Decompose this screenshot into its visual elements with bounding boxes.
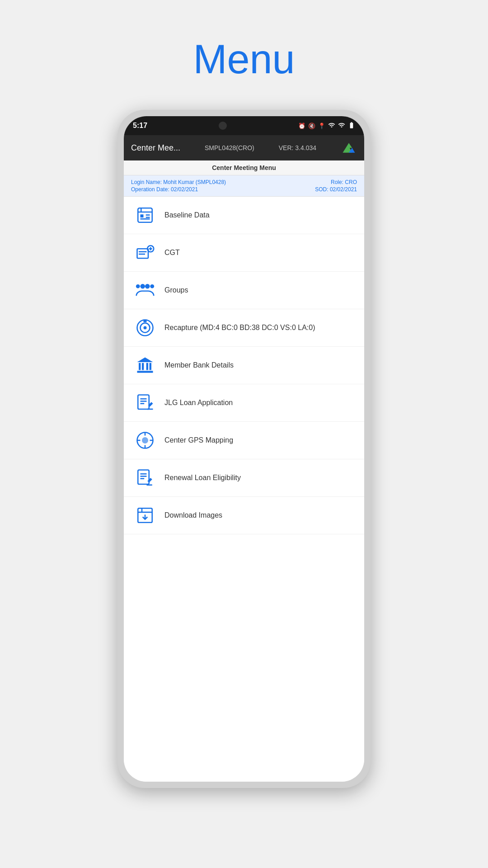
status-bar: 5:17 ⏰ 🔇 📍 [124, 116, 364, 135]
svg-marker-21 [137, 358, 153, 363]
groups-icon [135, 280, 155, 301]
status-time: 5:17 [133, 122, 147, 130]
svg-rect-8 [139, 251, 147, 253]
svg-rect-4 [146, 214, 150, 216]
renewal-icon [135, 467, 155, 488]
svg-rect-23 [142, 363, 144, 370]
download-icon [135, 505, 155, 526]
svg-point-19 [144, 326, 147, 330]
app-header: Center Mee... SMPL0428(CRO) VER: 3.4.034 [124, 135, 364, 160]
svg-point-14 [145, 284, 150, 289]
menu-item-baseline-data[interactable]: Baseline Data [124, 197, 364, 234]
menu-item-groups[interactable]: Groups [124, 272, 364, 309]
user-info-right: Role: CRO SOD: 02/02/2021 [315, 179, 357, 193]
battery-icon [348, 122, 355, 130]
recapture-icon [135, 317, 155, 338]
bank-icon [135, 355, 155, 376]
svg-rect-22 [139, 363, 141, 370]
sub-header-label: Center Meeting Menu [212, 164, 276, 171]
menu-item-recapture[interactable]: Recapture (MD:4 BC:0 BD:38 DC:0 VS:0 LA:… [124, 309, 364, 347]
user-info-bar: Login Name: Mohit Kumar (SMPL0428) Opera… [124, 175, 364, 197]
sub-header: Center Meeting Menu [124, 160, 364, 175]
menu-item-member-bank-details[interactable]: Member Bank Details [124, 347, 364, 384]
svg-rect-6 [141, 218, 150, 220]
baseline-icon [135, 205, 155, 226]
svg-point-37 [142, 437, 148, 443]
svg-rect-5 [146, 217, 150, 218]
svg-rect-25 [150, 363, 151, 370]
menu-label-cgt: CGT [164, 249, 180, 257]
wifi-icon [328, 122, 335, 130]
svg-rect-38 [138, 470, 149, 485]
svg-rect-26 [137, 371, 153, 373]
signal-icon [338, 122, 345, 130]
mute-icon: 🔇 [308, 123, 315, 129]
menu-label-renewal-loan-eligibility: Renewal Loan Eligibility [164, 474, 241, 482]
login-name: Login Name: Mohit Kumar (SMPL0428) [131, 179, 226, 185]
menu-label-center-gps-mapping: Center GPS Mapping [164, 436, 233, 444]
app-logo [341, 140, 357, 156]
operation-date: Operation Date: 02/02/2021 [131, 186, 226, 193]
user-info-left: Login Name: Mohit Kumar (SMPL0428) Opera… [131, 179, 226, 193]
menu-label-download-images: Download Images [164, 511, 222, 519]
svg-rect-0 [138, 208, 152, 222]
svg-rect-20 [144, 320, 147, 322]
svg-rect-3 [141, 214, 144, 217]
menu-item-download-images[interactable]: Download Images [124, 497, 364, 534]
page-title: Menu [193, 36, 295, 83]
loan-app-icon [135, 392, 155, 413]
svg-point-13 [141, 284, 145, 289]
menu-label-recapture: Recapture (MD:4 BC:0 BD:38 DC:0 VS:0 LA:… [164, 324, 315, 332]
svg-point-15 [150, 284, 154, 288]
header-user: SMPL0428(CRO) [205, 144, 254, 151]
menu-label-baseline-data: Baseline Data [164, 211, 210, 219]
location-icon: 📍 [318, 123, 325, 129]
phone-frame: 5:17 ⏰ 🔇 📍 Center Mee... SMPL0428(CRO) [117, 110, 371, 788]
menu-label-groups: Groups [164, 286, 188, 294]
svg-point-16 [136, 284, 140, 288]
role: Role: CRO [331, 179, 357, 185]
svg-rect-27 [138, 395, 149, 410]
gps-icon [135, 430, 155, 451]
camera-notch [219, 122, 227, 130]
sod: SOD: 02/02/2021 [315, 186, 357, 193]
cgt-icon [135, 242, 155, 263]
menu-item-cgt[interactable]: CGT [124, 234, 364, 272]
svg-rect-24 [146, 363, 148, 370]
menu-list: Baseline DataCGTGroupsRecapture (MD:4 BC… [124, 197, 364, 782]
menu-item-renewal-loan-eligibility[interactable]: Renewal Loan Eligibility [124, 459, 364, 497]
svg-rect-9 [139, 254, 145, 255]
alarm-icon: ⏰ [298, 123, 305, 129]
header-title: Center Mee... [131, 143, 180, 153]
status-icons: ⏰ 🔇 📍 [298, 122, 355, 130]
header-version: VER: 3.4.034 [279, 144, 316, 151]
menu-item-center-gps-mapping[interactable]: Center GPS Mapping [124, 422, 364, 459]
menu-item-jlg-loan-application[interactable]: JLG Loan Application [124, 384, 364, 422]
menu-label-jlg-loan-application: JLG Loan Application [164, 399, 233, 407]
menu-label-member-bank-details: Member Bank Details [164, 361, 234, 369]
phone-inner: 5:17 ⏰ 🔇 📍 Center Mee... SMPL0428(CRO) [124, 116, 364, 782]
